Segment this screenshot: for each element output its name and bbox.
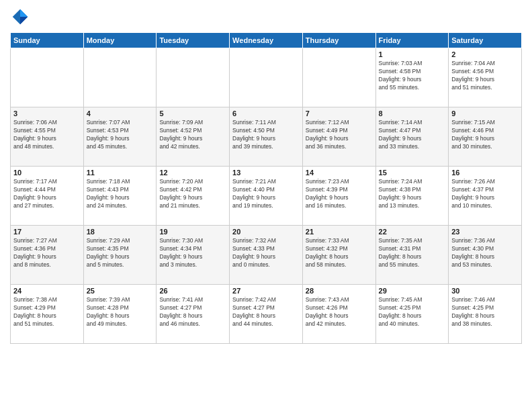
weekday-thursday: Thursday — [302, 33, 375, 48]
calendar-cell: 14Sunrise: 7:23 AM Sunset: 4:39 PM Dayli… — [302, 167, 375, 226]
calendar-cell: 29Sunrise: 7:45 AM Sunset: 4:25 PM Dayli… — [375, 285, 449, 344]
calendar-cell: 26Sunrise: 7:41 AM Sunset: 4:27 PM Dayli… — [157, 285, 230, 344]
calendar-cell: 5Sunrise: 7:09 AM Sunset: 4:52 PM Daylig… — [157, 107, 230, 167]
day-number: 27 — [232, 287, 300, 295]
day-number: 18 — [87, 228, 154, 236]
day-info: Sunrise: 7:23 AM Sunset: 4:39 PM Dayligh… — [306, 178, 373, 210]
day-number: 30 — [451, 287, 519, 295]
day-info: Sunrise: 7:14 AM Sunset: 4:47 PM Dayligh… — [379, 119, 446, 151]
day-info: Sunrise: 7:29 AM Sunset: 4:35 PM Dayligh… — [87, 237, 154, 269]
day-info: Sunrise: 7:07 AM Sunset: 4:53 PM Dayligh… — [87, 119, 154, 151]
page: SundayMondayTuesdayWednesdayThursdayFrid… — [0, 0, 532, 411]
day-number: 23 — [451, 228, 519, 236]
day-number: 26 — [159, 287, 226, 295]
day-number: 14 — [306, 169, 373, 177]
week-row-3: 10Sunrise: 7:17 AM Sunset: 4:44 PM Dayli… — [11, 167, 522, 226]
week-row-5: 24Sunrise: 7:38 AM Sunset: 4:29 PM Dayli… — [11, 285, 522, 344]
weekday-monday: Monday — [83, 33, 157, 48]
calendar-cell: 12Sunrise: 7:20 AM Sunset: 4:42 PM Dayli… — [157, 167, 230, 226]
weekday-sunday: Sunday — [11, 33, 84, 48]
header — [10, 7, 522, 27]
calendar-cell: 25Sunrise: 7:39 AM Sunset: 4:28 PM Dayli… — [83, 285, 157, 344]
calendar-cell: 2Sunrise: 7:04 AM Sunset: 4:56 PM Daylig… — [449, 48, 522, 107]
day-info: Sunrise: 7:32 AM Sunset: 4:33 PM Dayligh… — [232, 237, 300, 269]
calendar: SundayMondayTuesdayWednesdayThursdayFrid… — [10, 32, 522, 344]
day-number: 2 — [451, 50, 519, 58]
day-info: Sunrise: 7:45 AM Sunset: 4:25 PM Dayligh… — [379, 296, 446, 328]
calendar-cell: 9Sunrise: 7:15 AM Sunset: 4:46 PM Daylig… — [449, 107, 522, 167]
day-number: 12 — [159, 169, 226, 177]
day-info: Sunrise: 7:43 AM Sunset: 4:26 PM Dayligh… — [306, 296, 373, 328]
day-info: Sunrise: 7:20 AM Sunset: 4:42 PM Dayligh… — [159, 178, 226, 210]
day-info: Sunrise: 7:03 AM Sunset: 4:58 PM Dayligh… — [379, 60, 446, 92]
day-number: 16 — [451, 169, 519, 177]
calendar-cell: 15Sunrise: 7:24 AM Sunset: 4:38 PM Dayli… — [375, 167, 449, 226]
calendar-cell: 22Sunrise: 7:35 AM Sunset: 4:31 PM Dayli… — [375, 226, 449, 285]
day-info: Sunrise: 7:30 AM Sunset: 4:34 PM Dayligh… — [159, 237, 226, 269]
day-number: 15 — [379, 169, 446, 177]
calendar-cell: 28Sunrise: 7:43 AM Sunset: 4:26 PM Dayli… — [302, 285, 375, 344]
calendar-cell: 30Sunrise: 7:46 AM Sunset: 4:25 PM Dayli… — [449, 285, 522, 344]
calendar-cell — [230, 48, 303, 107]
calendar-cell: 13Sunrise: 7:21 AM Sunset: 4:40 PM Dayli… — [230, 167, 303, 226]
calendar-cell: 23Sunrise: 7:36 AM Sunset: 4:30 PM Dayli… — [449, 226, 522, 285]
day-number: 6 — [232, 109, 300, 118]
calendar-cell: 4Sunrise: 7:07 AM Sunset: 4:53 PM Daylig… — [83, 107, 157, 167]
weekday-saturday: Saturday — [449, 33, 522, 48]
svg-marker-1 — [20, 9, 28, 17]
day-info: Sunrise: 7:27 AM Sunset: 4:36 PM Dayligh… — [13, 237, 81, 269]
day-info: Sunrise: 7:15 AM Sunset: 4:46 PM Dayligh… — [451, 119, 519, 151]
weekday-tuesday: Tuesday — [157, 33, 230, 48]
weekday-wednesday: Wednesday — [230, 33, 303, 48]
weekday-friday: Friday — [375, 33, 449, 48]
day-number: 22 — [379, 228, 446, 236]
day-info: Sunrise: 7:12 AM Sunset: 4:49 PM Dayligh… — [306, 119, 373, 151]
day-number: 19 — [159, 228, 226, 236]
day-info: Sunrise: 7:24 AM Sunset: 4:38 PM Dayligh… — [379, 178, 446, 210]
day-info: Sunrise: 7:46 AM Sunset: 4:25 PM Dayligh… — [451, 296, 519, 328]
day-number: 8 — [379, 109, 446, 118]
day-number: 13 — [232, 169, 300, 177]
day-number: 1 — [379, 50, 446, 58]
day-info: Sunrise: 7:42 AM Sunset: 4:27 PM Dayligh… — [232, 296, 300, 328]
day-info: Sunrise: 7:33 AM Sunset: 4:32 PM Dayligh… — [306, 237, 373, 269]
day-number: 17 — [13, 228, 81, 236]
day-info: Sunrise: 7:17 AM Sunset: 4:44 PM Dayligh… — [13, 178, 81, 210]
calendar-cell — [11, 48, 84, 107]
day-number: 4 — [87, 109, 154, 118]
day-info: Sunrise: 7:35 AM Sunset: 4:31 PM Dayligh… — [379, 237, 446, 269]
calendar-cell: 16Sunrise: 7:26 AM Sunset: 4:37 PM Dayli… — [449, 167, 522, 226]
day-number: 3 — [13, 109, 81, 118]
day-info: Sunrise: 7:26 AM Sunset: 4:37 PM Dayligh… — [451, 178, 519, 210]
calendar-cell: 8Sunrise: 7:14 AM Sunset: 4:47 PM Daylig… — [375, 107, 449, 167]
weekday-header-row: SundayMondayTuesdayWednesdayThursdayFrid… — [11, 33, 522, 48]
day-number: 24 — [13, 287, 81, 295]
calendar-cell: 6Sunrise: 7:11 AM Sunset: 4:50 PM Daylig… — [230, 107, 303, 167]
day-number: 20 — [232, 228, 300, 236]
day-info: Sunrise: 7:36 AM Sunset: 4:30 PM Dayligh… — [451, 237, 519, 269]
week-row-2: 3Sunrise: 7:06 AM Sunset: 4:55 PM Daylig… — [11, 107, 522, 167]
day-info: Sunrise: 7:11 AM Sunset: 4:50 PM Dayligh… — [232, 119, 300, 151]
day-info: Sunrise: 7:09 AM Sunset: 4:52 PM Dayligh… — [159, 119, 226, 151]
day-number: 10 — [13, 169, 81, 177]
calendar-cell: 1Sunrise: 7:03 AM Sunset: 4:58 PM Daylig… — [375, 48, 449, 107]
day-info: Sunrise: 7:41 AM Sunset: 4:27 PM Dayligh… — [159, 296, 226, 328]
calendar-cell: 21Sunrise: 7:33 AM Sunset: 4:32 PM Dayli… — [302, 226, 375, 285]
day-number: 11 — [87, 169, 154, 177]
calendar-cell: 27Sunrise: 7:42 AM Sunset: 4:27 PM Dayli… — [230, 285, 303, 344]
day-number: 5 — [159, 109, 226, 118]
calendar-cell: 17Sunrise: 7:27 AM Sunset: 4:36 PM Dayli… — [11, 226, 84, 285]
calendar-cell: 7Sunrise: 7:12 AM Sunset: 4:49 PM Daylig… — [302, 107, 375, 167]
calendar-cell: 18Sunrise: 7:29 AM Sunset: 4:35 PM Dayli… — [83, 226, 157, 285]
calendar-cell: 19Sunrise: 7:30 AM Sunset: 4:34 PM Dayli… — [157, 226, 230, 285]
calendar-cell: 20Sunrise: 7:32 AM Sunset: 4:33 PM Dayli… — [230, 226, 303, 285]
day-number: 7 — [306, 109, 373, 118]
day-info: Sunrise: 7:06 AM Sunset: 4:55 PM Dayligh… — [13, 119, 81, 151]
day-info: Sunrise: 7:21 AM Sunset: 4:40 PM Dayligh… — [232, 178, 300, 210]
calendar-cell — [157, 48, 230, 107]
calendar-cell — [83, 48, 157, 107]
day-info: Sunrise: 7:38 AM Sunset: 4:29 PM Dayligh… — [13, 296, 81, 328]
day-info: Sunrise: 7:39 AM Sunset: 4:28 PM Dayligh… — [87, 296, 154, 328]
day-number: 21 — [306, 228, 373, 236]
day-info: Sunrise: 7:04 AM Sunset: 4:56 PM Dayligh… — [451, 60, 519, 92]
